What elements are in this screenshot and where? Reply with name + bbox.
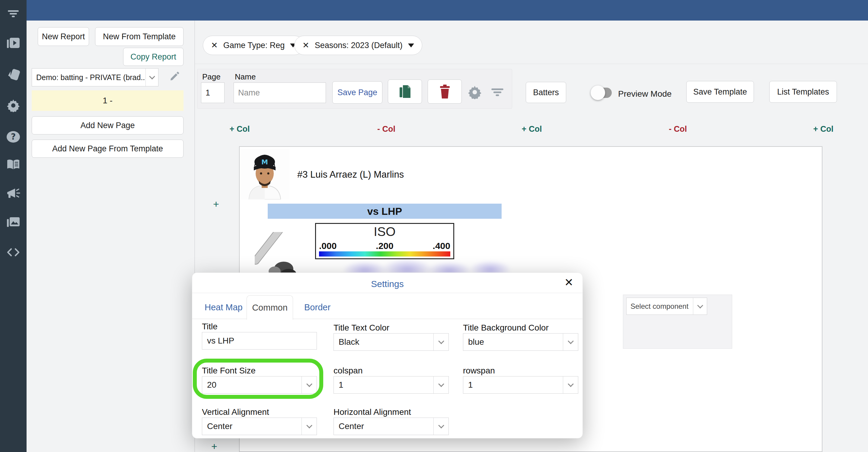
top-navigation-bar [27,0,868,21]
help-icon[interactable]: ? [6,131,20,143]
add-column-button[interactable]: + Col [813,124,834,134]
report-panel: New Report New From Template Copy Report… [27,21,195,452]
app-screen: ? New Report New From Template Copy Repo… [0,0,868,452]
tab-border[interactable]: Border [297,295,338,319]
remove-column-button[interactable]: - Col [669,124,687,134]
copy-report-button[interactable]: Copy Report [123,48,184,66]
title-background-color-value: blue [463,337,563,347]
chevron-down-icon [146,68,158,86]
page-settings-gear-icon[interactable] [468,85,482,100]
close-icon[interactable]: ✕ [564,277,574,288]
filter-list-icon[interactable] [7,9,19,18]
preview-mode-label: Preview Mode [618,89,672,99]
legend-ticks: .000 .200 .400 [319,241,450,251]
horizontal-alignment-select[interactable]: Center [334,418,449,435]
page-filter-icon[interactable] [491,87,504,99]
legend-tick: .000 [319,241,337,251]
chevron-down-icon [563,376,578,393]
trash-icon [439,85,450,98]
page-form: Page Name Save Page [197,69,512,109]
page-number-input[interactable] [201,83,224,103]
add-new-page-from-template-button[interactable]: Add New Page From Template [32,140,184,158]
filter-chip-seasons[interactable]: ✕ Seasons: 2023 (Default) [294,36,422,55]
settings-gear-icon[interactable] [7,99,20,112]
rowspan-value: 1 [463,380,563,390]
chevron-down-icon [433,334,448,350]
settings-modal: Settings ✕ Heat Map Common Border Title … [192,273,583,439]
preview-mode-toggle[interactable] [592,88,612,98]
chevron-down-icon [693,298,707,314]
title-text-color-value: Black [334,337,433,347]
duplicate-page-button[interactable] [388,80,422,104]
legend-title: ISO [316,225,453,239]
modal-title: Settings [192,279,583,289]
vertical-alignment-value: Center [202,422,302,431]
filter-chip-label: Seasons: 2023 (Default) [315,41,403,50]
chevron-down-icon [433,376,448,393]
tab-heat-map[interactable]: Heat Map [197,295,250,319]
add-column-button[interactable]: + Col [522,124,542,134]
select-component-dropdown[interactable]: Select component [626,298,707,315]
section-title-bar[interactable]: vs LHP [268,204,502,219]
copy-icon [399,85,411,98]
title-font-size-select[interactable]: 20 [202,376,317,394]
add-component-plus-button[interactable]: + [211,441,217,452]
report-select[interactable]: Demo: batting - PRIVATE (brad... [32,68,158,86]
chevron-down-icon [302,418,317,435]
vertical-alignment-select[interactable]: Center [202,418,317,435]
name-label: Name [235,72,256,82]
book-icon[interactable] [6,159,21,170]
add-new-page-button[interactable]: Add New Page [32,116,184,135]
chevron-down-icon[interactable] [408,44,414,48]
title-background-color-label: Title Background Color [463,323,549,333]
edit-pencil-icon[interactable] [168,70,181,84]
cards-icon[interactable] [6,68,20,81]
title-text-color-select[interactable]: Black [334,333,449,351]
rowspan-select[interactable]: 1 [463,376,578,394]
remove-column-button[interactable]: - Col [377,124,395,134]
horizontal-alignment-label: Horizontal Alignment [334,407,411,417]
remove-filter-icon[interactable]: ✕ [211,40,218,50]
remove-filter-icon[interactable]: ✕ [302,40,309,50]
title-background-color-select[interactable]: blue [463,333,578,351]
photo-library-icon[interactable] [6,216,20,228]
list-templates-button[interactable]: List Templates [769,81,837,103]
new-from-template-button[interactable]: New From Template [95,27,184,46]
new-report-button[interactable]: New Report [38,27,89,46]
filter-bar: ✕ Game Type: Reg ✕ Seasons: 2023 (Defaul… [195,21,868,64]
app-sidebar: ? [0,0,27,452]
player-title: #3 Luis Arraez (L) Marlins [297,169,404,180]
vertical-alignment-label: Vertical Alignment [202,407,269,417]
title-font-size-value: 20 [202,380,302,390]
save-template-button[interactable]: Save Template [686,81,754,103]
colspan-select[interactable]: 1 [334,376,449,394]
page-name-input[interactable] [234,83,326,103]
legend-gradient-bar [319,251,450,256]
legend-tick: .400 [433,241,450,251]
title-field-label: Title [202,322,218,332]
batters-button[interactable]: Batters [526,82,566,103]
title-text-color-label: Title Text Color [334,323,389,333]
delete-page-button[interactable] [428,80,462,104]
player-headshot: M [240,149,290,199]
batter-graphic-fragment [255,232,312,274]
title-field-input[interactable] [202,332,317,349]
chevron-down-icon [563,334,578,350]
add-column-button[interactable]: + Col [230,124,250,134]
page-indicator[interactable]: 1 - [32,90,184,111]
tab-common[interactable]: Common [247,295,293,320]
horizontal-alignment-value: Center [334,422,433,431]
filter-chip-label: Game Type: Reg [223,41,285,50]
title-font-size-label: Title Font Size [202,366,256,375]
video-library-icon[interactable] [6,37,20,49]
megaphone-icon[interactable] [6,187,21,199]
filter-chip-game-type[interactable]: ✕ Game Type: Reg [203,36,304,55]
save-page-button[interactable]: Save Page [332,81,382,104]
page-label: Page [202,72,221,82]
add-component-plus-button[interactable]: + [213,198,219,210]
code-icon[interactable] [6,248,20,257]
chevron-down-icon [302,376,317,393]
colspan-label: colspan [334,366,363,375]
legend-tick: .200 [376,241,393,251]
svg-text:?: ? [11,132,16,142]
